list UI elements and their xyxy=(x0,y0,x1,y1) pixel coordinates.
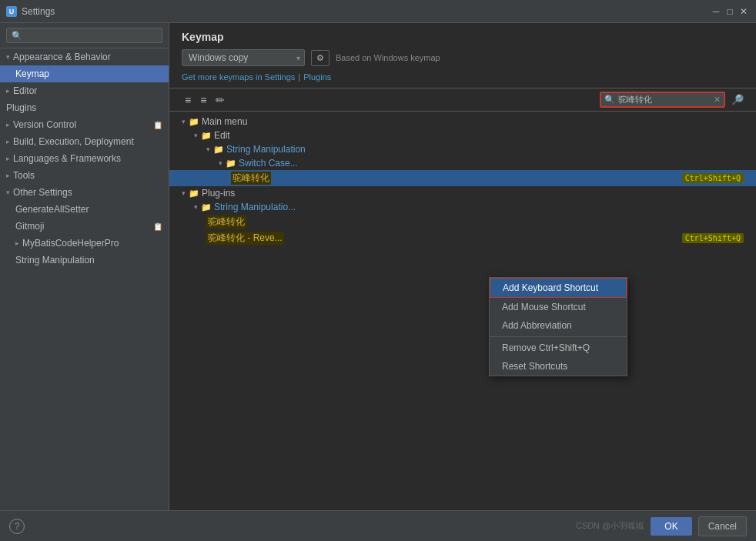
sidebar-item-plugins[interactable]: Plugins xyxy=(0,99,169,116)
sidebar-item-editor-label: Editor xyxy=(13,85,37,96)
tree-row-main-menu[interactable]: ▾ 📁 Main menu xyxy=(169,115,756,129)
sidebar-item-mybatis[interactable]: ▸ MyBatisCodeHelperPro xyxy=(0,235,169,252)
plugins-link[interactable]: Plugins xyxy=(303,72,331,82)
chevron-right-icon-vc: ▸ xyxy=(6,121,10,129)
search-box: 🔍 ✕ xyxy=(600,92,725,108)
bottom-left: ? xyxy=(9,519,25,534)
cancel-button[interactable]: Cancel xyxy=(698,516,747,536)
expand-all-button[interactable]: ≡ xyxy=(182,92,194,108)
edit-button[interactable]: ✏ xyxy=(212,92,228,108)
tree-row-plug-ins[interactable]: ▾ 📁 Plug-ins xyxy=(169,186,756,200)
tree-label-plug-ins: Plug-ins xyxy=(202,188,235,199)
help-button[interactable]: ? xyxy=(9,519,25,534)
tree-row-camel1[interactable]: 驼峰转化 Ctrl+Shift+Q xyxy=(169,170,756,186)
sidebar-item-editor[interactable]: ▸ Editor xyxy=(0,82,169,99)
chevron-down-icon-sm2: ▾ xyxy=(194,203,198,211)
context-menu: Add Keyboard Shortcut Add Mouse Shortcut… xyxy=(489,277,627,376)
chevron-down-icon-pi: ▾ xyxy=(182,189,186,197)
context-menu-separator xyxy=(490,336,627,337)
title-bar-left: U Settings xyxy=(6,6,55,17)
find-usages-button[interactable]: 🔎 xyxy=(731,94,744,105)
tree-row-string-manip2[interactable]: ▾ 📁 String Manipulatio... xyxy=(169,200,756,214)
tree-row-edit[interactable]: ▾ 📁 Edit xyxy=(169,129,756,142)
chevron-down-icon-edit: ▾ xyxy=(194,132,198,139)
sidebar-search-input[interactable] xyxy=(6,28,162,43)
app-icon: U xyxy=(6,6,17,17)
sidebar-item-keymap[interactable]: Keymap xyxy=(0,65,169,82)
context-menu-remove[interactable]: Remove Ctrl+Shift+Q xyxy=(490,339,627,357)
sidebar-item-string-manip-label: String Manipulation xyxy=(15,255,95,265)
tree-label-camel1: 驼峰转化 xyxy=(231,172,271,185)
sidebar-item-version-control-label: Version Control xyxy=(13,119,76,130)
sidebar-item-version-control[interactable]: ▸ Version Control 📋 xyxy=(0,116,169,133)
gear-button[interactable]: ⚙ xyxy=(311,50,329,66)
sidebar-item-languages[interactable]: ▸ Languages & Frameworks xyxy=(0,150,169,167)
bottom-right: CSDN @小羽呱呱 OK Cancel xyxy=(576,516,747,536)
keymap-select[interactable]: Windows copy Default Mac OS X Eclipse xyxy=(182,49,305,66)
bottom-bar: ? CSDN @小羽呱呱 OK Cancel xyxy=(0,510,756,541)
tree-row-camel3[interactable]: 驼峰转化 - Reve... Ctrl+Shift+Q xyxy=(169,230,756,246)
collapse-all-button[interactable]: ≡ xyxy=(197,92,209,108)
content-header: Keymap Windows copy Default Mac OS X Ecl… xyxy=(169,23,756,88)
sidebar-item-gitmoji[interactable]: Gitmoji 📋 xyxy=(0,218,169,235)
tree-label-string-manipulation: String Manipulation xyxy=(226,144,306,155)
sidebar-item-build[interactable]: ▸ Build, Execution, Deployment xyxy=(0,133,169,150)
context-menu-add-keyboard[interactable]: Add Keyboard Shortcut xyxy=(490,278,627,298)
keymap-row: Windows copy Default Mac OS X Eclipse ⚙ … xyxy=(182,49,744,66)
close-button[interactable]: ✕ xyxy=(738,5,750,18)
search-icon: 🔍 xyxy=(604,95,615,105)
tree-area: ▾ 📁 Main menu ▾ 📁 Edit ▾ 📁 String Manipu… xyxy=(169,112,756,510)
folder-icon-edit: 📁 xyxy=(201,131,212,141)
chevron-down-icon-main: ▾ xyxy=(182,118,186,125)
context-menu-add-abbreviation[interactable]: Add Abbreviation xyxy=(490,316,627,335)
sidebar-item-other[interactable]: ▾ Other Settings xyxy=(0,184,169,201)
folder-icon-pi: 📁 xyxy=(189,189,199,199)
search-input[interactable] xyxy=(618,95,711,105)
minimize-button[interactable]: ─ xyxy=(710,5,722,18)
content-area: Keymap Windows copy Default Mac OS X Ecl… xyxy=(169,23,756,510)
chevron-right-icon-build: ▸ xyxy=(6,138,10,145)
shortcut-badge-camel1: Ctrl+Shift+Q xyxy=(682,173,744,183)
tree-label-camel3: 驼峰转化 - Reve... xyxy=(206,232,284,245)
tree-label-edit: Edit xyxy=(214,130,230,141)
sidebar-item-languages-label: Languages & Frameworks xyxy=(13,153,121,164)
tree-row-camel2[interactable]: 驼峰转化 xyxy=(169,214,756,230)
folder-icon-sm2: 📁 xyxy=(201,202,212,212)
sidebar-item-other-label: Other Settings xyxy=(13,187,72,198)
settings-link[interactable]: Get more keymaps in Settings xyxy=(182,72,295,82)
watermark-text: CSDN @小羽呱呱 xyxy=(576,520,644,532)
chevron-right-icon-mybatis: ▸ xyxy=(15,239,19,247)
toolbar: ≡ ≡ ✏ 🔍 ✕ 🔎 xyxy=(169,88,756,112)
tree-label-switch-case: Switch Case... xyxy=(239,158,298,169)
sidebar-item-appearance-label: Appearance & Behavior xyxy=(13,52,111,62)
sidebar-item-tools-label: Tools xyxy=(13,170,35,181)
chevron-down-icon-sc: ▾ xyxy=(219,159,222,167)
folder-icon-sc: 📁 xyxy=(226,159,236,169)
sidebar-item-generate-setter[interactable]: GenerateAllSetter xyxy=(0,201,169,218)
tree-label-camel2: 驼峰转化 xyxy=(206,215,246,229)
tree-label-main-menu: Main menu xyxy=(202,116,247,127)
sidebar-item-plugins-label: Plugins xyxy=(6,102,36,113)
keymap-link-row: Get more keymaps in Settings | Plugins xyxy=(182,72,744,82)
sidebar-item-keymap-label: Keymap xyxy=(15,68,49,79)
tree-row-string-manipulation[interactable]: ▾ 📁 String Manipulation xyxy=(169,142,756,156)
chevron-down-icon-other: ▾ xyxy=(6,189,10,196)
sidebar-search-area xyxy=(0,23,169,48)
ok-button[interactable]: OK xyxy=(651,517,691,536)
maximize-button[interactable]: □ xyxy=(724,5,736,18)
sidebar-item-string-manip[interactable]: String Manipulation xyxy=(0,252,169,269)
chevron-right-icon-tools: ▸ xyxy=(6,172,10,179)
context-menu-reset[interactable]: Reset Shortcuts xyxy=(490,357,627,376)
sidebar-item-tools[interactable]: ▸ Tools xyxy=(0,167,169,184)
tree-label-string-manip2: String Manipulatio... xyxy=(214,202,296,212)
search-clear-button[interactable]: ✕ xyxy=(714,95,721,105)
chevron-right-icon-lang: ▸ xyxy=(6,155,10,162)
title-bar-title: Settings xyxy=(22,6,55,17)
folder-icon-sm: 📁 xyxy=(213,145,224,155)
sidebar-item-appearance[interactable]: ▾ Appearance & Behavior xyxy=(0,48,169,65)
gitmoji-badge: 📋 xyxy=(153,222,162,231)
context-menu-add-mouse[interactable]: Add Mouse Shortcut xyxy=(490,298,627,316)
keymap-select-wrapper[interactable]: Windows copy Default Mac OS X Eclipse xyxy=(182,49,305,66)
tree-row-switch-case[interactable]: ▾ 📁 Switch Case... xyxy=(169,156,756,170)
title-bar: U Settings ─ □ ✕ xyxy=(0,0,756,23)
